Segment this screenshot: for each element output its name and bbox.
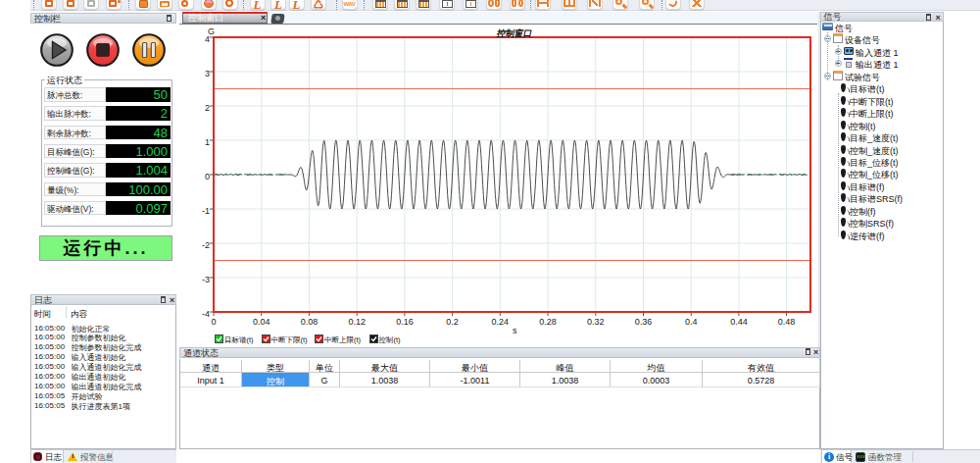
svg-text:G: G (208, 26, 215, 36)
svg-text:0.12: 0.12 (348, 317, 366, 327)
svg-text:-4: -4 (202, 309, 210, 319)
svg-text:s: s (513, 326, 517, 335)
svg-text:-2: -2 (202, 240, 210, 250)
svg-text:0.4: 0.4 (685, 317, 698, 327)
svg-text:2: 2 (205, 103, 210, 113)
svg-text:-3: -3 (202, 275, 210, 284)
svg-text:0.08: 0.08 (301, 317, 318, 327)
svg-text:1: 1 (205, 137, 210, 147)
svg-text:0.2: 0.2 (446, 317, 459, 327)
svg-text:0.16: 0.16 (396, 317, 414, 327)
svg-text:0.44: 0.44 (730, 317, 748, 327)
svg-text:3: 3 (205, 69, 210, 78)
svg-text:0.28: 0.28 (539, 317, 557, 327)
svg-text:0.04: 0.04 (253, 317, 270, 327)
svg-text:-1: -1 (202, 206, 210, 216)
svg-text:0.32: 0.32 (587, 317, 605, 327)
svg-text:0.48: 0.48 (778, 317, 796, 327)
svg-text:0: 0 (205, 172, 210, 181)
svg-text:0: 0 (211, 317, 216, 327)
svg-text:0.36: 0.36 (635, 317, 653, 327)
svg-text:0.24: 0.24 (492, 317, 510, 327)
